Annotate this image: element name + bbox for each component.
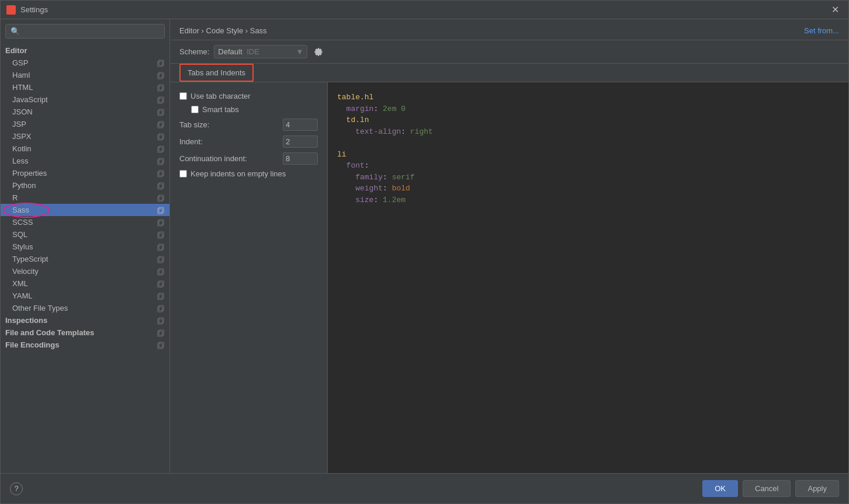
sidebar-item-typescript[interactable]: TypeScript (1, 253, 169, 265)
svg-rect-41 (158, 307, 162, 312)
smart-tabs-checkbox[interactable] (191, 106, 199, 113)
svg-rect-33 (158, 258, 162, 263)
search-input[interactable] (5, 24, 165, 39)
sidebar-item-yaml[interactable]: YAML (1, 290, 169, 302)
svg-rect-26 (159, 207, 164, 213)
titlebar: Settings ✕ (1, 1, 848, 19)
sidebar-item-kotlin[interactable]: Kotlin (1, 142, 169, 155)
sidebar-item-html[interactable]: HTML (1, 81, 169, 93)
sidebar-item-javascript[interactable]: JavaScript (1, 93, 169, 106)
code-line-6: font: (337, 160, 839, 172)
svg-rect-46 (159, 330, 164, 335)
svg-rect-15 (158, 147, 162, 152)
sidebar-item-r[interactable]: R (1, 192, 169, 204)
code-line-5: li (337, 149, 839, 161)
svg-rect-35 (158, 270, 162, 275)
svg-rect-47 (158, 343, 162, 349)
svg-rect-48 (159, 342, 164, 347)
code-property: size (355, 196, 373, 204)
code-line-2: margin: 2em 0 (337, 103, 839, 115)
sidebar-item-jspx[interactable]: JSPX (1, 130, 169, 142)
smart-tabs-row: Smart tabs (191, 105, 318, 114)
sidebar-item-label: Kotlin (12, 144, 157, 153)
svg-rect-24 (159, 195, 164, 200)
close-button[interactable]: ✕ (828, 3, 843, 16)
scheme-dropdown[interactable]: Default IDE ▼ (214, 45, 307, 58)
code-line-9: size: 1.2em (337, 194, 839, 206)
help-button[interactable]: ? (10, 482, 23, 495)
scheme-gear-button[interactable] (312, 46, 325, 58)
svg-rect-5 (158, 86, 162, 91)
sidebar-item-properties[interactable]: Properties (1, 167, 169, 179)
breadcrumb-editor: Editor (179, 26, 199, 35)
copy-icon (157, 329, 165, 337)
copy-icon (157, 71, 165, 79)
indent-label: Indent: (179, 137, 283, 146)
code-preview: table.hl margin: 2em 0 td.ln text-align:… (328, 82, 848, 473)
breadcrumb: Editor › Code Style › Sass (179, 26, 267, 35)
code-selector: li (337, 150, 346, 159)
sidebar-item-label: SCSS (12, 218, 157, 227)
copy-icon (157, 317, 165, 325)
breadcrumb-sep1: › (202, 26, 206, 35)
code-property: font (346, 161, 365, 170)
copy-icon (157, 96, 165, 104)
sidebar-item-file-and-code-templates[interactable]: File and Code Templates (1, 326, 169, 339)
svg-rect-29 (158, 233, 162, 238)
sidebar-item-scss[interactable]: SCSS (1, 216, 169, 228)
sidebar-item-haml[interactable]: Haml (1, 69, 169, 81)
svg-rect-31 (158, 245, 162, 251)
copy-icon (157, 169, 165, 178)
copy-icon (157, 84, 165, 92)
chevron-down-icon: ▼ (296, 47, 303, 56)
apply-button[interactable]: Apply (795, 480, 839, 497)
sidebar-item-editor[interactable]: Editor (1, 44, 169, 57)
scheme-bar: Scheme: Default IDE ▼ (170, 40, 848, 64)
use-tab-character-row: Use tab character (179, 92, 318, 100)
tab-tabs-and-indents[interactable]: Tabs and Indents (179, 64, 254, 82)
svg-rect-44 (159, 318, 164, 323)
continuation-indent-input[interactable] (283, 152, 318, 165)
svg-rect-37 (158, 282, 162, 287)
copy-icon (157, 206, 165, 214)
keep-indents-checkbox[interactable] (179, 170, 187, 178)
sidebar-item-sass[interactable]: Sass (1, 204, 169, 216)
sidebar-item-file-encodings[interactable]: File Encodings (1, 339, 169, 351)
keep-indents-label: Keep indents on empty lines (190, 169, 286, 178)
code-colon: : (383, 184, 392, 193)
sidebar-item-label: Inspections (5, 316, 157, 325)
sidebar-item-label: JSP (12, 120, 157, 128)
svg-rect-21 (158, 184, 162, 189)
indent-input[interactable] (283, 135, 318, 148)
tab-size-input[interactable] (283, 119, 318, 131)
sidebar-item-label: R (12, 193, 157, 202)
sidebar-item-label: Velocity (12, 267, 157, 276)
use-tab-character-checkbox[interactable] (179, 92, 187, 100)
cancel-button[interactable]: Cancel (743, 480, 791, 497)
scheme-select-text: Default IDE (218, 47, 293, 56)
code-property: margin (346, 105, 374, 113)
sidebar-item-other-file-types[interactable]: Other File Types (1, 302, 169, 314)
sidebar-item-stylus[interactable]: Stylus (1, 241, 169, 253)
sidebar-item-xml[interactable]: XML (1, 277, 169, 290)
sidebar-item-sql[interactable]: SQL (1, 228, 169, 241)
code-selector: td.ln (346, 116, 369, 124)
tabs-bar: Tabs and Indents (170, 64, 848, 82)
smart-tabs-label: Smart tabs (202, 105, 239, 114)
svg-rect-7 (158, 98, 162, 103)
sidebar-item-jsp[interactable]: JSP (1, 118, 169, 130)
sidebar-item-gsp[interactable]: GSP (1, 57, 169, 69)
sidebar-item-velocity[interactable]: Velocity (1, 265, 169, 277)
sidebar-item-json[interactable]: JSON (1, 106, 169, 118)
sidebar-item-python[interactable]: Python (1, 179, 169, 192)
continuation-indent-row: Continuation indent: (179, 152, 318, 165)
sidebar-item-inspections[interactable]: Inspections (1, 314, 169, 326)
sidebar-item-less[interactable]: Less (1, 155, 169, 167)
set-from-link[interactable]: Set from... (804, 26, 839, 35)
copy-icon (157, 304, 165, 312)
svg-rect-20 (159, 171, 164, 176)
sidebar-item-label: JavaScript (12, 95, 157, 104)
bottom-bar: ? OK Cancel Apply (1, 473, 848, 503)
use-tab-character-label: Use tab character (190, 92, 251, 100)
ok-button[interactable]: OK (702, 480, 738, 497)
